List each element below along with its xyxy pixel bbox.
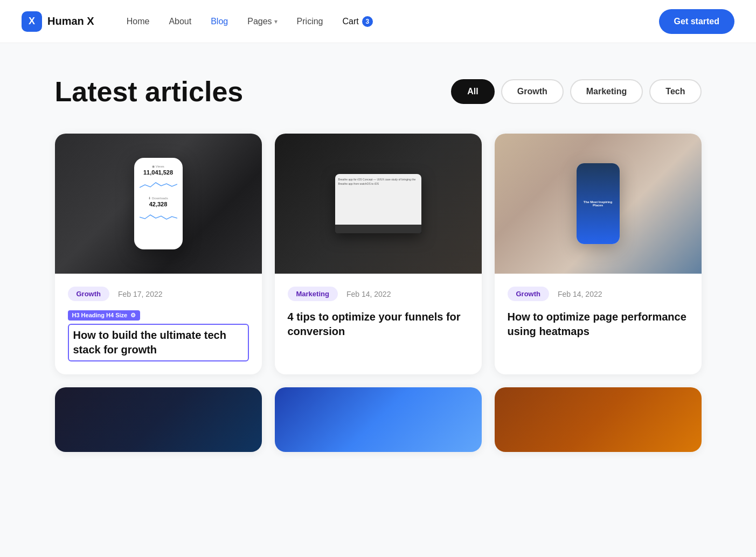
- logo[interactable]: X Human X: [22, 11, 94, 32]
- card-meta-3: Growth Feb 14, 2022: [508, 287, 689, 301]
- laptop-keyboard: [335, 225, 421, 233]
- phone-mockup-3: The Most Inspiring Places: [577, 163, 620, 244]
- logo-text: Human X: [47, 15, 94, 27]
- card-meta-1: Growth Feb 17, 2022: [68, 287, 249, 301]
- logo-icon: X: [22, 11, 42, 32]
- main-content: Latest articles All Growth Marketing Tec…: [33, 43, 723, 474]
- heading-label: H3 Heading H4 Size ⚙: [68, 310, 141, 321]
- card-body-3: Growth Feb 14, 2022 How to optimize page…: [495, 274, 702, 352]
- cart-badge: 3: [362, 16, 373, 27]
- partial-card-2[interactable]: [275, 387, 482, 452]
- card-body-1: Growth Feb 17, 2022 H3 Heading H4 Size ⚙…: [55, 274, 262, 374]
- nav-pricing[interactable]: Pricing: [297, 17, 323, 26]
- chevron-down-icon: ▾: [274, 18, 278, 25]
- filter-marketing[interactable]: Marketing: [570, 79, 643, 104]
- tag-growth-1[interactable]: Growth: [68, 287, 110, 301]
- partial-card-image-3: [495, 387, 702, 452]
- partial-cards: [55, 387, 702, 452]
- nav-links: Home About Blog Pages ▾ Pricing Cart 3: [127, 16, 659, 27]
- tag-marketing-2[interactable]: Marketing: [288, 287, 338, 301]
- cards-grid: ◉ Views 11,041,528 ⬇ Downloads 42,328: [55, 134, 702, 374]
- card-title-1: How to build the ultimate tech stack for…: [68, 324, 249, 361]
- nav-blog[interactable]: Blog: [211, 17, 228, 26]
- card-title-2: 4 tips to optimize your funnels for conv…: [288, 310, 469, 339]
- heading-label-wrapper: H3 Heading H4 Size ⚙: [68, 310, 249, 324]
- card-image-2: Breathe app for iOS Concept — UI/UX case…: [275, 134, 482, 274]
- get-started-button[interactable]: Get started: [659, 9, 734, 34]
- downloads-wave: [140, 211, 177, 221]
- partial-card-1[interactable]: [55, 387, 262, 452]
- articles-title: Latest articles: [55, 75, 244, 108]
- nav-cart[interactable]: Cart 3: [343, 16, 373, 27]
- card-date-1: Feb 17, 2022: [118, 290, 163, 298]
- card-title-3: How to optimize page performance using h…: [508, 310, 689, 339]
- article-card-3[interactable]: The Most Inspiring Places Growth Feb 14,…: [495, 134, 702, 374]
- filter-tech[interactable]: Tech: [649, 79, 701, 104]
- filter-growth[interactable]: Growth: [501, 79, 564, 104]
- card-date-2: Feb 14, 2022: [346, 290, 391, 298]
- card-image-3: The Most Inspiring Places: [495, 134, 702, 274]
- phone-mockup: ◉ Views 11,041,528 ⬇ Downloads 42,328: [134, 158, 183, 249]
- card-meta-2: Marketing Feb 14, 2022: [288, 287, 469, 301]
- nav-about[interactable]: About: [169, 17, 191, 26]
- card-date-3: Feb 14, 2022: [558, 290, 602, 298]
- partial-card-image-1: [55, 387, 262, 452]
- nav-pages[interactable]: Pages ▾: [247, 17, 277, 26]
- article-card-1[interactable]: ◉ Views 11,041,528 ⬇ Downloads 42,328: [55, 134, 262, 374]
- filter-all[interactable]: All: [451, 79, 494, 104]
- analytics-wave: [140, 179, 177, 190]
- tag-growth-3[interactable]: Growth: [508, 287, 550, 301]
- partial-card-3[interactable]: [495, 387, 702, 452]
- article-card-2[interactable]: Breathe app for iOS Concept — UI/UX case…: [275, 134, 482, 374]
- articles-header: Latest articles All Growth Marketing Tec…: [55, 75, 702, 108]
- filter-tabs: All Growth Marketing Tech: [451, 79, 701, 104]
- laptop-mockup: Breathe app for iOS Concept — UI/UX case…: [335, 174, 421, 233]
- gear-icon: ⚙: [130, 312, 136, 319]
- nav-home[interactable]: Home: [127, 17, 150, 26]
- partial-card-image-2: [275, 387, 482, 452]
- card-body-2: Marketing Feb 14, 2022 4 tips to optimiz…: [275, 274, 482, 352]
- card-image-1: ◉ Views 11,041,528 ⬇ Downloads 42,328: [55, 134, 262, 274]
- navbar: X Human X Home About Blog Pages ▾ Pricin…: [0, 0, 756, 43]
